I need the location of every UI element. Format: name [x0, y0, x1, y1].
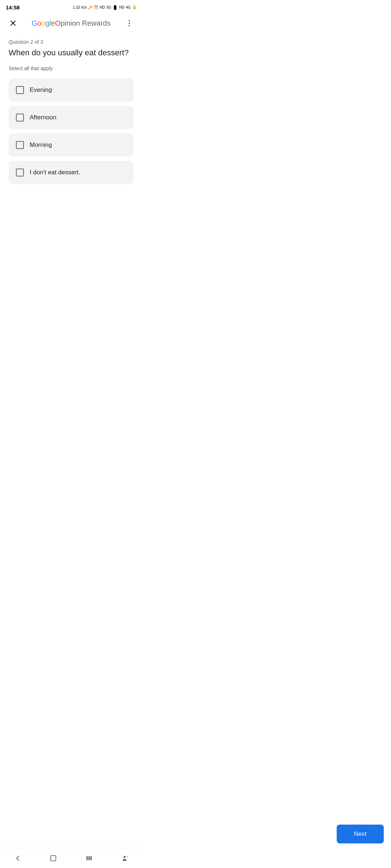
- option-label-evening: Evening: [30, 86, 52, 94]
- option-afternoon[interactable]: Afternoon: [9, 106, 134, 129]
- app-logo: Google Opinion Rewards: [32, 19, 111, 27]
- svg-point-3: [129, 23, 130, 24]
- app-bar: Google Opinion Rewards: [0, 13, 142, 33]
- option-label-morning: Morning: [30, 141, 52, 149]
- 5g-badge: 5G: [106, 5, 111, 9]
- checkbox-no-dessert: [16, 169, 24, 176]
- checkbox-afternoon: [16, 114, 24, 122]
- app-title-text: Opinion Rewards: [55, 19, 110, 27]
- survey-content: Question 2 of 3 When do you usually eat …: [0, 33, 142, 190]
- status-bar: 14:58 1.10 K/s 🔑 ⏰ HD 5G ▐▌ HD 4G 🔋: [0, 0, 142, 13]
- battery-icon: 🔋: [132, 5, 136, 9]
- 4g-badge: 4G: [126, 5, 131, 9]
- status-icons: 1.10 K/s 🔑 ⏰ HD 5G ▐▌ HD 4G 🔋: [73, 5, 136, 9]
- checkbox-morning: [16, 141, 24, 149]
- option-label-afternoon: Afternoon: [30, 114, 56, 121]
- option-label-no-dessert: I don't eat dessert.: [30, 169, 80, 176]
- options-list: Evening Afternoon Morning I don't eat de…: [9, 78, 134, 184]
- more-options-button[interactable]: [122, 16, 136, 30]
- hd-badge-2: HD: [119, 5, 124, 9]
- logo-o1: o: [37, 19, 41, 27]
- select-hint: Select all that apply: [9, 65, 134, 71]
- svg-point-2: [129, 20, 130, 21]
- alarm-icon: ⏰: [94, 5, 98, 9]
- checkbox-evening: [16, 86, 24, 94]
- status-time: 14:58: [6, 4, 20, 10]
- option-evening[interactable]: Evening: [9, 78, 134, 102]
- question-counter: Question 2 of 3: [9, 39, 134, 45]
- close-button[interactable]: [6, 16, 20, 30]
- logo-o2: o: [41, 19, 45, 27]
- logo-g2: g: [45, 19, 49, 27]
- svg-point-4: [129, 25, 130, 26]
- signal-icon: ▐▌: [113, 5, 118, 9]
- hd-badge: HD: [100, 5, 105, 9]
- option-morning[interactable]: Morning: [9, 133, 134, 157]
- question-text: When do you usually eat dessert?: [9, 48, 134, 58]
- speed-indicator: 1.10: [73, 5, 80, 9]
- logo-g: G: [32, 19, 38, 27]
- option-no-dessert[interactable]: I don't eat dessert.: [9, 161, 134, 184]
- speed-unit: K/s: [81, 5, 87, 9]
- logo-e: e: [51, 19, 55, 27]
- key-icon: 🔑: [88, 5, 92, 9]
